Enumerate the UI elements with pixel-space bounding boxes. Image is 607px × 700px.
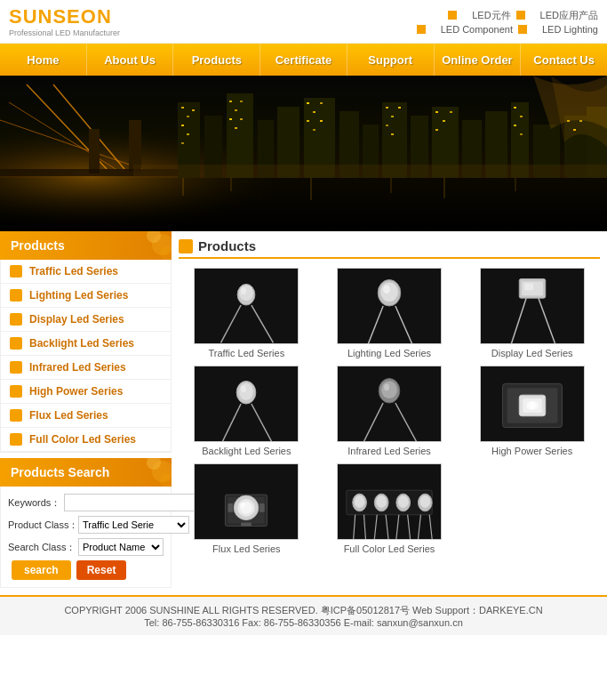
svg-point-94 [239, 382, 253, 400]
svg-rect-52 [450, 111, 452, 113]
products-icon [179, 239, 193, 253]
product-image-traffic [194, 268, 299, 344]
led-apps-link[interactable]: LED应用产品 [540, 9, 598, 22]
footer: COPYRIGHT 2006 SUNSHINE ALL RIGHTS RESER… [0, 595, 607, 635]
svg-rect-8 [129, 120, 141, 172]
banner [0, 76, 607, 231]
nav-online-order[interactable]: Online Order [435, 44, 522, 76]
svg-rect-31 [192, 109, 195, 111]
nav-support[interactable]: Support [347, 44, 435, 76]
product-item-fullcolor[interactable]: Full Color Led Series [322, 463, 458, 554]
nav-contact[interactable]: Contact Us [521, 44, 607, 76]
bullet-icon [10, 433, 22, 446]
footer-line1: COPYRIGHT 2006 SUNSHINE ALL RIGHTS RESER… [7, 604, 600, 617]
svg-rect-45 [386, 107, 388, 109]
nav-products[interactable]: Products [173, 44, 260, 76]
svg-point-76 [239, 285, 253, 301]
product-label-lighting: Lighting Led Series [347, 348, 431, 358]
svg-rect-28 [187, 116, 189, 117]
product-item-backlight[interactable]: Backlight Led Series [179, 366, 315, 456]
product-label-backlight: Backlight Led Series [202, 446, 291, 456]
sidebar-item-label: Infrared Led Series [29, 361, 126, 374]
search-class-select[interactable]: Product Name Product Model [78, 538, 164, 556]
svg-rect-56 [514, 125, 516, 126]
sidebar-item-flux[interactable]: Flux Led Series [1, 404, 171, 428]
svg-point-128 [376, 495, 387, 508]
svg-point-97 [241, 385, 246, 392]
product-image-flux [194, 463, 299, 540]
svg-rect-46 [391, 116, 394, 117]
keywords-row: Keywords： [8, 494, 164, 511]
sidebar-item-traffic[interactable]: Traffic Led Series [1, 260, 171, 284]
product-grid: Traffic Led Series Lighting Led Series [179, 268, 600, 554]
svg-rect-74 [195, 269, 298, 344]
svg-point-132 [398, 495, 409, 508]
bullet-icon [10, 289, 22, 302]
reset-button[interactable]: Reset [76, 560, 127, 580]
svg-rect-43 [313, 129, 315, 131]
svg-rect-67 [133, 165, 607, 178]
led-parts-link[interactable]: LED元件 [472, 9, 510, 22]
product-image-lighting [337, 268, 442, 344]
svg-rect-37 [235, 127, 237, 129]
sidebar-item-display[interactable]: Display Led Series [1, 308, 171, 332]
led-component-link[interactable]: LED Component [441, 24, 513, 35]
sidebar-item-label: Traffic Led Series [29, 265, 118, 278]
search-buttons: search Reset [8, 560, 164, 580]
led-lighting-link[interactable]: LED Lighting [542, 24, 598, 35]
product-image-backlight [194, 366, 299, 442]
bullet-icon [10, 265, 22, 278]
bullet-icon [10, 409, 22, 422]
svg-point-136 [419, 495, 430, 508]
content-header: Products [179, 238, 600, 259]
nav-home[interactable]: Home [0, 44, 87, 76]
product-label-flux: Flux Led Series [212, 543, 280, 554]
product-label-fullcolor: Full Color Led Series [344, 543, 435, 554]
svg-rect-32 [181, 142, 184, 144]
sidebar-products-title: Products [11, 238, 65, 253]
product-label-highpower: High Power Series [491, 446, 572, 456]
sidebar: Products Traffic Led Series Lighting Led… [0, 231, 172, 588]
svg-rect-41 [320, 102, 323, 104]
product-image-infrared [337, 366, 442, 442]
sidebar-item-backlight[interactable]: Backlight Led Series [1, 332, 171, 356]
svg-rect-48 [386, 125, 388, 126]
header: SUNSEON Professional LED Manufacturer LE… [0, 0, 607, 44]
search-title: Products Search [11, 465, 109, 479]
navigation: Home About Us Products Certificate Suppo… [0, 44, 607, 76]
search-class-label: Search Class： [8, 541, 75, 554]
sidebar-item-infrared[interactable]: Infrared Led Series [1, 356, 171, 380]
product-item-infrared[interactable]: Infrared Led Series [322, 366, 458, 456]
footer-line2: Tel: 86-755-86330316 Fax: 86-755-8633035… [7, 617, 600, 628]
product-item-display[interactable]: Display Led Series [464, 268, 600, 358]
svg-point-124 [355, 495, 365, 508]
sidebar-item-fullcolor[interactable]: Full Color Led Series [1, 428, 171, 452]
sidebar-item-lighting[interactable]: Lighting Led Series [1, 284, 171, 308]
nav-certificate[interactable]: Certificate [260, 44, 347, 76]
product-item-highpower[interactable]: High Power Series [464, 366, 600, 456]
svg-rect-120 [241, 523, 252, 527]
svg-point-103 [384, 383, 389, 390]
svg-rect-33 [229, 101, 232, 102]
bullet-icon [10, 385, 22, 398]
sidebar-item-highpower[interactable]: High Power Series [1, 380, 171, 404]
main-layout: Products Traffic Led Series Lighting Led… [0, 231, 607, 588]
svg-rect-54 [514, 107, 516, 109]
svg-rect-57 [520, 133, 523, 135]
product-label-infrared: Infrared Led Series [347, 446, 431, 456]
sidebar-item-label: Flux Led Series [29, 409, 108, 422]
svg-rect-40 [313, 111, 315, 113]
nav-about[interactable]: About Us [87, 44, 174, 76]
svg-point-117 [240, 503, 245, 508]
search-button[interactable]: search [12, 560, 71, 580]
svg-rect-51 [443, 120, 445, 122]
svg-rect-47 [398, 107, 401, 109]
svg-rect-49 [391, 133, 394, 135]
product-item-lighting[interactable]: Lighting Led Series [322, 268, 458, 358]
product-image-fullcolor [337, 463, 442, 540]
svg-rect-34 [235, 109, 237, 111]
product-item-flux[interactable]: Flux Led Series [179, 463, 315, 554]
sidebar-item-label: Full Color Led Series [29, 433, 136, 446]
product-item-traffic[interactable]: Traffic Led Series [179, 268, 315, 358]
svg-rect-118 [228, 503, 234, 512]
